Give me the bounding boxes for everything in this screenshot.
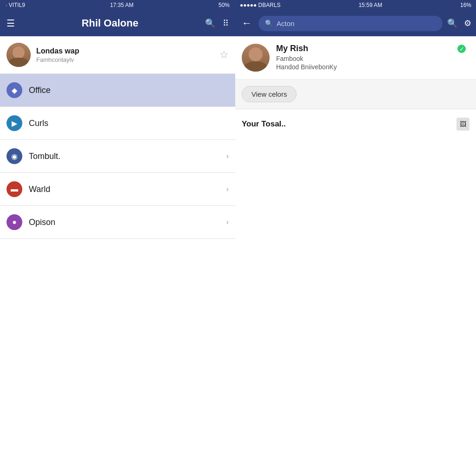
profile-info: Londas wap Famhcontaylv xyxy=(36,47,79,63)
search-bar[interactable]: 🔍 Acton xyxy=(258,16,443,31)
menu-item-opison[interactable]: ● Opison › xyxy=(0,206,235,239)
search-button[interactable]: 🔍 xyxy=(205,18,215,28)
hamburger-icon[interactable]: ☰ xyxy=(7,18,15,29)
profile-section: My Rish Fambook Handod BniivebonKy ✓ xyxy=(235,36,476,79)
right-profile-sub2: Handod BniivebonKy xyxy=(276,63,469,71)
tombult-label: Tombult. xyxy=(29,152,60,161)
right-profile-sub1: Fambook xyxy=(276,55,469,62)
right-content-area xyxy=(235,139,476,476)
right-time: 15:59 AM xyxy=(358,2,382,8)
verified-check-icon: ✓ xyxy=(456,44,467,54)
office-icon: ◆ xyxy=(7,82,22,98)
right-avatar xyxy=(242,44,270,72)
right-profile-name: My Rish xyxy=(276,44,469,53)
opison-chevron: › xyxy=(226,218,229,226)
tosal-icon[interactable]: 🖼 xyxy=(456,118,469,131)
tosal-section: Your Tosal.. 🖼 xyxy=(235,109,476,139)
left-battery: 50% xyxy=(218,2,230,8)
menu-item-office[interactable]: ◆ Office xyxy=(0,74,235,107)
search-placeholder: Acton xyxy=(277,20,294,27)
right-search-button[interactable]: 🔍 xyxy=(447,18,457,28)
tombult-chevron: › xyxy=(226,152,229,160)
right-header: ← 🔍 Acton 🔍 ⚙ xyxy=(235,10,476,36)
curls-label: Curls xyxy=(29,119,48,128)
tombult-icon: ◉ xyxy=(7,148,22,164)
right-header-icons: 🔍 ⚙ xyxy=(447,18,471,28)
app-title: Rhil Oalone xyxy=(81,17,138,29)
curls-icon: ▶ xyxy=(7,115,22,131)
menu-list: ◆ Office ▶ Curls ◉ Tombult. › ▬ Warld › xyxy=(0,74,235,476)
left-status-bar: · VITIL9 17:35 AM 50% xyxy=(0,0,235,10)
right-panel: ●●●●● DBARLS 15:59 AM 16% ← 🔍 Acton 🔍 ⚙ … xyxy=(235,0,476,476)
tosal-label: Your Tosal.. xyxy=(242,119,286,129)
office-label: Office xyxy=(29,86,51,95)
warld-label: Warld xyxy=(29,185,50,194)
right-status-bar: ●●●●● DBARLS 15:59 AM 16% xyxy=(235,0,476,10)
right-carrier: ●●●●● DBARLS xyxy=(240,2,281,8)
left-panel: · VITIL9 17:35 AM 50% ☰ Rhil Oalone 🔍 ⠿ … xyxy=(0,0,235,476)
opison-icon: ● xyxy=(7,214,22,230)
menu-item-curls[interactable]: ▶ Curls xyxy=(0,107,235,140)
view-colors-button[interactable]: View celors xyxy=(242,86,297,102)
menu-item-tombult[interactable]: ◉ Tombult. › xyxy=(0,140,235,173)
warld-chevron: › xyxy=(226,185,229,193)
menu-item-warld[interactable]: ▬ Warld › xyxy=(0,173,235,206)
left-time: 17:35 AM xyxy=(110,2,134,8)
profile-subtitle: Famhcontaylv xyxy=(36,56,79,63)
profile-card-left: Londas wap Famhcontaylv xyxy=(7,43,79,67)
left-header: ☰ Rhil Oalone 🔍 ⠿ xyxy=(0,10,235,36)
favorite-icon[interactable]: ☆ xyxy=(219,49,229,61)
left-carrier: · VITIL9 xyxy=(6,2,25,8)
opison-label: Opison xyxy=(29,218,55,227)
grid-button[interactable]: ⠿ xyxy=(223,18,229,28)
view-colors-section: View celors xyxy=(235,79,476,109)
avatar xyxy=(7,43,31,67)
profile-card[interactable]: Londas wap Famhcontaylv ☆ xyxy=(0,36,235,74)
right-battery: 16% xyxy=(460,2,471,8)
profile-name: Londas wap xyxy=(36,47,79,55)
warld-icon: ▬ xyxy=(7,181,22,197)
right-profile-info: My Rish Fambook Handod BniivebonKy xyxy=(276,44,469,71)
settings-button[interactable]: ⚙ xyxy=(464,18,471,28)
back-button[interactable]: ← xyxy=(240,17,254,29)
search-icon: 🔍 xyxy=(265,20,273,27)
header-actions: 🔍 ⠿ xyxy=(205,18,229,28)
